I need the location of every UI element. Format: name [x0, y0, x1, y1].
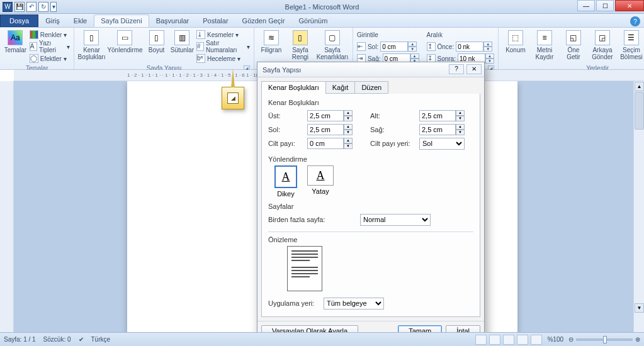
status-bar: Sayfa: 1 / 1 Sözcük: 0 ✔ Türkçe %100 ⊖ ⊕: [0, 332, 644, 346]
close-button[interactable]: ✕: [615, 0, 644, 11]
indent-left-icon: ⇤: [357, 42, 366, 51]
vertical-ruler[interactable]: [0, 81, 14, 332]
qat-customize-icon[interactable]: ▾: [50, 2, 57, 12]
zoom-out-button[interactable]: ⊖: [568, 336, 573, 343]
save-icon[interactable]: 💾: [14, 2, 25, 12]
margin-top-input[interactable]: [307, 110, 344, 121]
status-page[interactable]: Sayfa: 1 / 1: [4, 336, 36, 343]
orientation-button[interactable]: ▭Yönlendirme: [107, 29, 142, 53]
theme-fonts-button[interactable]: AYazı Tipleri ▾: [30, 41, 71, 52]
vertical-scrollbar[interactable]: ▲ ▼: [633, 81, 644, 332]
columns-button[interactable]: ▥Sütunlar: [171, 29, 194, 53]
titlebar: W 💾 ↶ ↻ ▾ Belge1 - Microsoft Word — ☐ ✕: [0, 0, 644, 14]
spacing-label: Aralık: [427, 29, 494, 40]
status-language[interactable]: Türkçe: [91, 336, 111, 343]
wrap-text-button[interactable]: ≡Metni Kaydır: [531, 29, 558, 60]
page-setup-dialog: Sayfa Yapısı ? ✕ Kenar Boşlukları Kağıt …: [257, 62, 485, 341]
breaks-button[interactable]: ⤓Kesmeler ▾: [196, 29, 250, 40]
dialog-close-button[interactable]: ✕: [466, 64, 482, 74]
view-web-layout[interactable]: [503, 335, 514, 345]
send-backward-button[interactable]: ◲Arkaya Gönder: [589, 29, 616, 60]
line-numbers-button[interactable]: #Satır Numaraları ▾: [196, 41, 250, 52]
indent-left-input[interactable]: [380, 42, 408, 52]
hyphenation-button[interactable]: bªHeceleme ▾: [196, 53, 250, 64]
watermark-button[interactable]: ≋Filigran: [258, 29, 285, 53]
multiple-pages-select[interactable]: Normal: [360, 214, 431, 226]
themes-button[interactable]: AaTemalar: [4, 29, 27, 53]
ribbon-tabs: Dosya Giriş Ekle Sayfa Düzeni Başvurular…: [0, 14, 644, 28]
indent-label: Girintile: [357, 29, 419, 40]
spin-down[interactable]: ▼: [408, 47, 417, 52]
word-icon: W: [3, 2, 13, 12]
undo-icon[interactable]: ↶: [26, 2, 37, 12]
launcher-callout-icon: ◢: [227, 92, 239, 104]
zoom-in-button[interactable]: ⊕: [635, 336, 640, 343]
page-color-button[interactable]: ▯Sayfa Rengi: [287, 29, 314, 60]
position-button[interactable]: ⬚Konum: [502, 29, 529, 53]
preview-section-label: Önizleme: [268, 236, 473, 243]
size-button[interactable]: ▯Boyut: [145, 29, 167, 53]
tab-page-layout[interactable]: Sayfa Düzeni: [94, 14, 149, 27]
tab-home[interactable]: Giriş: [38, 14, 67, 27]
zoom-level[interactable]: %100: [547, 336, 563, 343]
scroll-thumb[interactable]: [635, 92, 644, 130]
status-proofing-icon[interactable]: ✔: [79, 336, 84, 343]
margin-left-input[interactable]: [307, 124, 344, 135]
orientation-section-label: Yönlendirme: [268, 155, 473, 163]
margins-button[interactable]: ▯Kenar Boşlukları: [78, 29, 105, 60]
bring-forward-button[interactable]: ◱Öne Getir: [560, 29, 587, 60]
orientation-landscape[interactable]: AYatay: [307, 165, 334, 198]
margin-bottom-input[interactable]: [419, 110, 456, 121]
view-outline[interactable]: [517, 335, 528, 345]
tab-file[interactable]: Dosya: [0, 14, 38, 27]
theme-colors-button[interactable]: Renkler ▾: [30, 29, 71, 40]
dialog-help-button[interactable]: ?: [449, 64, 464, 74]
dialog-tab-paper[interactable]: Kağıt: [325, 81, 356, 94]
dialog-tab-layout[interactable]: Düzen: [354, 81, 388, 94]
tab-review[interactable]: Gözden Geçir: [235, 14, 292, 27]
view-draft[interactable]: [531, 335, 542, 345]
launcher-callout: ◢: [222, 87, 244, 109]
redo-icon[interactable]: ↻: [38, 2, 48, 12]
margin-right-input[interactable]: [419, 124, 456, 135]
gutter-position-select[interactable]: Sol: [419, 138, 465, 150]
dialog-title: Sayfa Yapısı: [263, 66, 301, 74]
scroll-up-icon[interactable]: ▲: [635, 82, 644, 91]
dialog-tab-margins[interactable]: Kenar Boşlukları: [261, 81, 326, 94]
window-title: Belge1 - Microsoft Word: [0, 3, 644, 11]
tab-insert[interactable]: Ekle: [67, 14, 94, 27]
spin-up[interactable]: ▲: [408, 42, 417, 47]
apply-to-select[interactable]: Tüm belgeye: [324, 298, 384, 310]
tab-mailings[interactable]: Postalar: [196, 14, 235, 27]
page-borders-button[interactable]: ▢Sayfa Kenarlıkları: [316, 29, 349, 60]
margins-section-label: Kenar Boşlukları: [268, 99, 473, 106]
selection-pane-button[interactable]: ☰Seçim Bölmesi: [618, 29, 644, 60]
maximize-button[interactable]: ☐: [596, 0, 614, 11]
status-words[interactable]: Sözcük: 0: [43, 336, 71, 343]
space-before-input[interactable]: [456, 42, 483, 52]
view-print-layout[interactable]: [475, 335, 487, 345]
zoom-slider[interactable]: [576, 338, 633, 341]
theme-effects-button[interactable]: ◯Efektler ▾: [30, 53, 71, 64]
space-before-icon: ↥: [427, 42, 436, 51]
minimize-button[interactable]: —: [577, 0, 595, 11]
orientation-portrait[interactable]: ADikey: [274, 165, 297, 198]
pages-section-label: Sayfalar: [268, 203, 473, 210]
tab-references[interactable]: Başvurular: [149, 14, 196, 27]
scroll-down-icon[interactable]: ▼: [635, 303, 644, 313]
help-icon[interactable]: ?: [630, 16, 640, 26]
view-full-screen[interactable]: [489, 335, 500, 345]
gutter-input[interactable]: [307, 138, 344, 149]
tab-view[interactable]: Görünüm: [291, 14, 334, 27]
preview-thumbnail: [287, 246, 322, 291]
